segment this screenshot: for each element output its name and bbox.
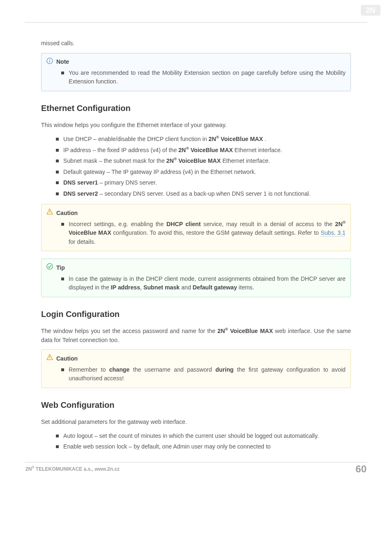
web-item-session-lock: Enable web session lock – by default, on…	[56, 442, 351, 451]
caution-callout-1: Caution Incorrect settings, e.g. enablin…	[41, 204, 351, 251]
svg-text:2N: 2N	[366, 6, 375, 14]
tip-heading: Tip	[46, 263, 346, 272]
tip-title: Tip	[56, 264, 65, 272]
eth-item-ip: IP address – the fixed IP address (v4) o…	[56, 146, 351, 155]
svg-rect-6	[49, 211, 50, 213]
note-heading: Note	[46, 58, 346, 67]
info-icon	[46, 58, 53, 67]
web-config-heading: Web Configuration	[41, 399, 351, 411]
intro-text: missed calls.	[41, 39, 351, 48]
warning-icon	[46, 208, 53, 217]
svg-point-8	[47, 264, 53, 269]
svg-rect-4	[49, 59, 50, 60]
caution-callout-2: Caution Remember to change the username …	[41, 349, 351, 388]
login-config-heading: Login Configuration	[41, 308, 351, 320]
note-callout: Note You are recommended to read the Mob…	[41, 53, 351, 91]
eth-item-dns1: DNS server1 – primary DNS server.	[56, 178, 351, 187]
web-item-auto-logout: Auto logout – set the count of minutes i…	[56, 432, 351, 441]
eth-item-dhcp: Use DHCP – enable/disable the DHCP clien…	[56, 135, 351, 144]
tip-callout: Tip In case the gateway is in the DHCP c…	[41, 259, 351, 297]
ethernet-config-heading: Ethernet Configuration	[41, 102, 351, 114]
note-title: Note	[56, 58, 69, 66]
svg-rect-3	[49, 60, 50, 62]
svg-rect-10	[49, 356, 50, 358]
caution-title-2: Caution	[56, 354, 78, 363]
page-number: 60	[355, 463, 367, 475]
web-config-intro: Set additional parameters for the gatewa…	[41, 418, 351, 427]
caution-title: Caution	[56, 209, 78, 217]
note-item: You are recommended to read the Mobility…	[61, 69, 346, 86]
caution-item-2: Remember to change the username and pass…	[61, 365, 346, 383]
tip-item: In case the gateway is in the DHCP clien…	[61, 275, 346, 292]
eth-item-gateway: Default gateway – The IP gateway IP addr…	[56, 168, 351, 177]
eth-item-dns2: DNS server2 – secondary DNS server. Used…	[56, 190, 351, 199]
check-icon	[46, 263, 53, 272]
eth-item-subnet: Subnet mask – the subnet mask for the 2N…	[56, 157, 351, 166]
svg-rect-7	[49, 213, 50, 213]
ethernet-config-intro: This window helps you configure the Ethe…	[41, 121, 351, 130]
caution-item: Incorrect settings, e.g. enabling the DH…	[61, 220, 346, 247]
caution-heading-2: Caution	[46, 354, 346, 363]
warning-icon	[46, 354, 53, 363]
svg-rect-11	[49, 358, 50, 359]
caution-heading: Caution	[46, 208, 346, 217]
page-footer: 2N® TELEKOMUNIKACE a.s., www.2n.cz 60	[25, 463, 367, 481]
subs-3-1-link[interactable]: Subs. 3.1	[321, 229, 346, 236]
footer-company: 2N® TELEKOMUNIKACE a.s., www.2n.cz	[25, 466, 120, 472]
login-config-intro: The window helps you set the access pass…	[41, 327, 351, 345]
footer-divider	[25, 462, 367, 462]
brand-logo-2n: 2N	[361, 5, 380, 17]
